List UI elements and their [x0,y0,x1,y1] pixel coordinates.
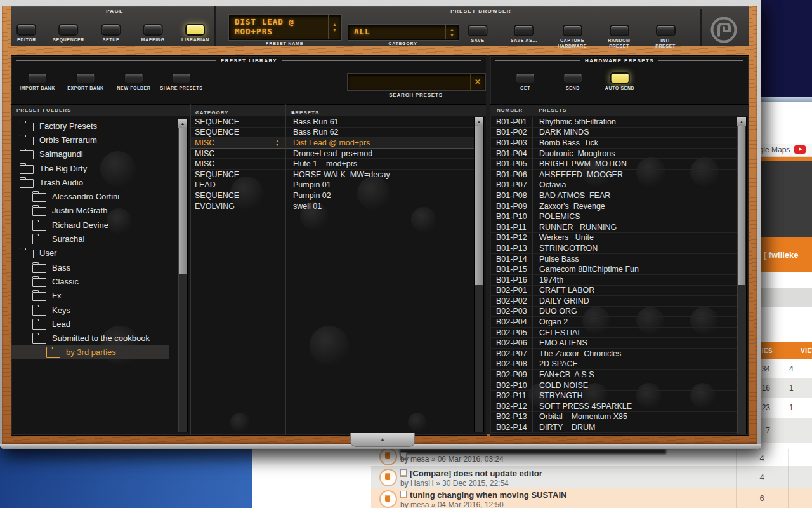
editor-button[interactable]: EDITOR [17,25,36,43]
librarian-button[interactable]: LIBRARIAN [181,25,209,43]
hardware-preset-row-b01-p05[interactable]: B01-P05 BRIGHT PWM MOTION [490,159,737,170]
search-clear-icon[interactable]: ✕ [470,74,485,90]
folder-row-justin-mcgrath[interactable]: Justin McGrath [11,204,178,218]
preset-row-pumpin-02[interactable]: SEQUENCE▲▼ Pumpin 02 [191,190,474,201]
folder-row-salmagundi[interactable]: Salmagundi [11,147,178,161]
hardware-preset-row-b02-p10[interactable]: B02-P10 COLD NOISE [490,380,737,391]
presets-scrollbar[interactable]: ▲ [474,117,484,432]
folder-row-alessandro-cortini[interactable]: Alessandro Cortini [11,189,178,203]
export-bank-button[interactable]: EXPORT BANK [67,74,104,91]
topic-title[interactable]: [Compare] does not update editor [400,469,542,478]
folders-scrollbar[interactable]: ▲ [178,119,188,432]
hw-preset-number: B01-P03 [490,138,533,148]
hardware-preset-row-b01-p14[interactable]: B01-P14 Pulse Bass [490,254,737,265]
hardware-preset-row-b02-p14[interactable]: B02-P14 DIRTY DRUM [490,422,737,433]
share-presets-button[interactable]: SHARE PRESETS [159,74,204,91]
hardware-preset-row-b02-p12[interactable]: B02-P12 SOFT PRESS 4SPARKLE [490,401,737,412]
hardware-preset-row-b01-p07[interactable]: B01-P07 Octavia [490,180,737,191]
hardware-preset-row-b01-p13[interactable]: B01-P13 STRINGOTRON [490,243,737,254]
hardware-preset-row-b02-p06[interactable]: B02-P06 EMO ALIENS [490,338,737,349]
capture-hardware-button[interactable]: CAPTURE HARDWARE [553,26,592,49]
folder-row-richard-devine[interactable]: Richard Devine [11,218,178,232]
folder-row-keys[interactable]: Keys [11,303,178,317]
preset-row-flute-1-mod-prs[interactable]: MISC▲▼ Flute 1 mod+prs [191,159,474,170]
hardware-preset-row-b02-p02[interactable]: B02-P02 DAILY GRIND [490,296,737,307]
youtube-icon[interactable] [794,145,806,154]
folder-row-orbis-terrrarum[interactable]: Orbis Terrrarum [11,133,178,147]
hardware-preset-row-b01-p03[interactable]: B01-P03 Bomb Bass Tick [490,138,737,149]
folder-row-user[interactable]: User [11,246,178,260]
number-column-header[interactable]: NUMBER [497,107,523,113]
hardware-preset-row-b02-p01[interactable]: B02-P01 CRAFT LABOR [490,286,737,297]
folder-row-submitted-to-the-cookbook[interactable]: Submitted to the cookbook [11,331,178,345]
mapping-button[interactable]: MAPPING [141,25,165,43]
hardware-preset-row-b01-p04[interactable]: B01-P04 Duotronic Moogtrons [490,149,737,159]
preset-row-bass-run-61[interactable]: SEQUENCE▲▼ Bass Run 61 [191,117,474,128]
hardware-preset-row-b02-p07[interactable]: B02-P07 The Zaxxor Chronicles [490,349,737,359]
forum-topic-row-tuning-changing-when-moving-sustain[interactable]: tuning changing when moving SUSTAIN by m… [371,488,812,508]
hw-preset-name: BRIGHT PWM MOTION [533,159,627,168]
logout-link[interactable]: Logout [ fwilleke [759,250,799,260]
hardware-preset-row-b01-p09[interactable]: B01-P09 Zaxxor's Revenge [490,201,737,212]
bookmark-google-maps[interactable]: Google Maps [759,145,790,154]
category-display[interactable]: ALL ▲▼ [348,25,459,40]
search-input[interactable] [348,74,470,90]
import-bank-button[interactable]: IMPORT BANK [20,74,55,91]
hardware-preset-row-b01-p16[interactable]: B01-P16 1974th [490,275,737,286]
setup-button[interactable]: SETUP [103,25,120,43]
hardware-preset-row-b02-p08[interactable]: B02-P08 2D SPACE [490,359,737,370]
hardware-preset-row-b02-p13[interactable]: B02-P13 Orbital Momentum X85 [490,412,737,423]
folder-row-surachai[interactable]: Surachai [11,232,178,246]
hardware-preset-row-b01-p12[interactable]: B01-P12 Werkers Unite [490,233,737,244]
forum-topic-row-compare-does-not-update-editor[interactable]: [Compare] does not update editor by Hans… [371,466,812,488]
folder-row-trash-audio[interactable]: Trash Audio [11,175,178,189]
sequencer-button[interactable]: SEQUENCER [53,25,84,43]
hardware-preset-row-b02-p09[interactable]: B02-P09 FAN+CB A S S [490,370,737,380]
get-button[interactable]: GET [517,74,534,91]
hardware-preset-row-b01-p08[interactable]: B01-P08 BAD ATMOS FEAR [490,190,737,201]
hardware-preset-row-b01-p02[interactable]: B01-P02 DARK MINDS [490,128,737,138]
folder-name: Keys [52,305,70,315]
new-folder-button[interactable]: NEW FOLDER [117,74,150,91]
hardware-preset-row-b01-p06[interactable]: B01-P06 AHSEEEED MOOGER [490,170,737,180]
folder-row-by-3rd-parties[interactable]: by 3rd parties [11,345,169,359]
hardware-preset-row-b02-p11[interactable]: B02-P11 STRYNGTH [490,391,737,401]
send-button[interactable]: SEND [565,74,582,91]
init-preset-button[interactable]: INIT PRESET [652,26,679,49]
hw-preset-name: DIRTY DRUM [533,423,595,432]
hardware-preset-row-b02-p03[interactable]: B02-P03 DUO ORG [490,307,737,318]
browser-strip [759,97,812,102]
preset-row-bass-run-62[interactable]: SEQUENCE▲▼ Bass Run 62 [191,128,474,138]
hardware-preset-row-b01-p10[interactable]: B01-P10 POLEMICS [490,211,737,222]
topic-title[interactable]: tuning changing when moving SUSTAIN [400,490,566,500]
hardware-preset-row-b01-p11[interactable]: B01-P11 RUNNER RUNNING [490,222,737,233]
hw-preset-number: B02-P02 [490,296,533,306]
folder-row-fx[interactable]: Fx [11,289,178,303]
folder-row-classic[interactable]: Classic [11,274,178,288]
save-as-button[interactable]: SAVE AS... [511,26,537,44]
folder-row-factory-presets[interactable]: Factory Presets [11,119,178,133]
auto-send-button[interactable]: AUTO SEND [605,74,635,91]
hardware-preset-row-b02-p05[interactable]: B02-P05 CELESTIAL [490,328,737,338]
preset-row-drone-lead-prs-mod[interactable]: MISC▲▼ Drone+Lead prs+mod [191,149,474,159]
folder-row-the-big-dirty[interactable]: The Big Dirty [11,161,178,175]
folder-row-bass[interactable]: Bass [11,260,178,274]
preset-name-spinner[interactable]: ▲▼ [328,15,341,39]
save-button[interactable]: SAVE [469,26,487,44]
hardware-preset-row-b01-p15[interactable]: B01-P15 Gamecom 8BitChiptime Fun [490,264,737,275]
preset-row-swell-01[interactable]: EVOLVING▲▼ swell 01 [191,201,474,212]
preset-row-dist-lead-mod-prs[interactable]: MISC▲▼ Dist Lead @ mod+prs [191,138,474,149]
preset-row-horse-walk-mw-decay[interactable]: SEQUENCE▲▼ HORSE WALK MW=decay [191,170,474,180]
hw-presets-column-header[interactable]: PRESETS [539,107,566,113]
hardware-scrollbar[interactable]: ▲ [737,117,747,434]
hardware-preset-row-b01-p01[interactable]: B01-P01 Rhythmic 5thFiltration [490,117,737,128]
preset-name-display[interactable]: DIST LEAD @MOD+PRS ▲▼ [229,15,341,40]
preset-row-pumpin-01[interactable]: LEAD▲▼ Pumpin 01 [191,180,474,191]
hardware-preset-row-b02-p04[interactable]: B02-P04 Organ 2 [490,317,737,328]
category-spinner[interactable]: ▲▼ [445,25,458,39]
random-preset-button[interactable]: RANDOM PRESET [603,26,636,49]
hw-preset-number: B02-P06 [490,338,533,348]
folder-row-lead[interactable]: Lead [11,317,178,331]
window-collapse-tab[interactable]: ▲ [350,433,415,447]
forum-topic-row-4[interactable]: by mesa » 06 Mar 2016, 03:24 4 [371,449,812,467]
